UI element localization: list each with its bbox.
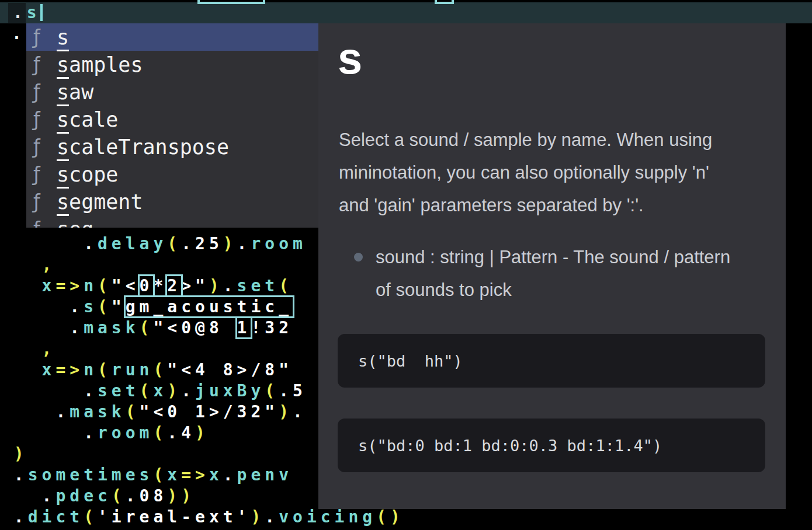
strudel-repl: . .delay(.25).room , x=>n("<0*2>").set( … <box>0 0 812 530</box>
autocomplete-dropdown: ƒ s ƒ samples ƒ saw ƒ scale ƒ scaleTrans… <box>26 23 318 228</box>
autocomplete-label: scale <box>57 108 118 131</box>
typed-word: s <box>27 3 41 22</box>
function-icon: ƒ <box>33 163 57 186</box>
text-cursor <box>40 4 43 21</box>
autocomplete-item-s[interactable]: ƒ s <box>26 23 318 51</box>
autocomplete-label: scaleTranspose <box>57 135 229 159</box>
bullet-icon <box>354 253 363 261</box>
function-icon: ƒ <box>33 190 57 213</box>
autocomplete-item-scale[interactable]: ƒ scale <box>26 106 318 133</box>
autocomplete-item-samples[interactable]: ƒ samples <box>26 51 318 78</box>
function-icon: ƒ <box>33 81 57 103</box>
doc-example-code-block: s("bd:0 bd:1 bd:0:0.3 bd:1:1.4") <box>338 419 765 472</box>
code-line: .dict('ireal-ext').voicing() <box>0 507 404 528</box>
active-line-text: .s <box>13 2 41 23</box>
autocomplete-item-scaleTranspose[interactable]: ƒ scaleTranspose <box>26 133 318 161</box>
doc-description-line: mininotation, you can also optionally su… <box>339 156 712 189</box>
background-strip <box>786 23 812 530</box>
autocomplete-label: saw <box>57 81 93 104</box>
doc-description: Select a sound / sample by name. When us… <box>339 124 712 222</box>
mininotation-highlight-box <box>197 0 265 4</box>
autocomplete-label: seg <box>57 218 93 228</box>
function-icon: ƒ <box>33 218 57 228</box>
function-icon: ƒ <box>33 26 57 48</box>
function-icon: ƒ <box>33 108 57 131</box>
autocomplete-label: scope <box>57 163 118 186</box>
typed-dot: . <box>13 3 27 22</box>
function-icon: ƒ <box>33 135 57 158</box>
autocomplete-item-seg[interactable]: ƒ seg <box>26 215 318 228</box>
doc-title: s <box>338 36 362 81</box>
doc-example-code-block: s("bd hh") <box>338 334 765 388</box>
autocomplete-label: s <box>57 26 69 49</box>
editor-active-line[interactable]: .s <box>0 2 812 23</box>
doc-example-code: s("bd hh") <box>358 352 463 370</box>
autocomplete-label: segment <box>57 190 143 214</box>
function-icon: ƒ <box>33 53 57 76</box>
autocomplete-item-scope[interactable]: ƒ scope <box>26 161 318 188</box>
code-fragment-dot: . <box>12 23 22 44</box>
mininotation-highlight-box <box>435 0 454 4</box>
doc-param: sound : string | Pattern - The sound / p… <box>376 241 730 306</box>
autocomplete-label: samples <box>57 53 143 76</box>
doc-param-line: of sounds to pick <box>376 274 730 306</box>
doc-example-code: s("bd:0 bd:1 bd:0:0.3 bd:1:1.4") <box>358 437 662 455</box>
autocomplete-item-segment[interactable]: ƒ segment <box>26 188 318 215</box>
doc-description-line: Select a sound / sample by name. When us… <box>339 124 712 156</box>
doc-param-line: sound : string | Pattern - The sound / p… <box>376 241 730 274</box>
autocomplete-item-saw[interactable]: ƒ saw <box>26 78 318 106</box>
doc-description-line: and 'gain' parameters separated by ':'. <box>339 189 712 222</box>
